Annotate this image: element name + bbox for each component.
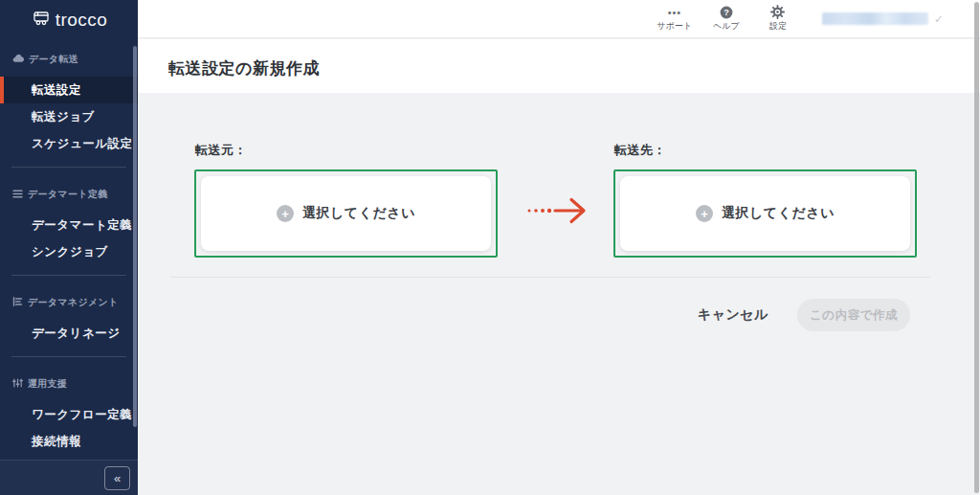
truck-icon [31, 10, 52, 31]
logo[interactable]: trocco [0, 0, 138, 40]
sidebar-collapse-bar: « [0, 460, 138, 495]
cancel-button[interactable]: キャンセル [698, 306, 768, 324]
plus-icon: + [277, 205, 294, 222]
cloud-icon [12, 54, 24, 65]
user-account-redacted [822, 12, 928, 25]
settings-button[interactable]: 設定 [757, 5, 799, 33]
page-title: 転送設定の新規作成 [138, 39, 980, 79]
plus-icon: + [696, 205, 713, 222]
gear-icon [770, 5, 785, 19]
source-select-placeholder: 選択してください [302, 205, 415, 222]
sidebar-item-workflow-definitions[interactable]: ワークフロー定義 [0, 401, 138, 428]
sidebar-divider [11, 275, 126, 276]
sidebar-item-transfer-jobs[interactable]: 転送ジョブ [0, 103, 138, 130]
sidebar-divider [11, 356, 126, 357]
form-actions: キャンセル この内容で作成 [698, 299, 910, 331]
sidebar: trocco データ転送 転送設定 転送ジョブ スケジュール設定 [0, 0, 138, 495]
section-datamart: データマート定義 [0, 187, 138, 202]
collapse-sidebar-button[interactable]: « [104, 466, 130, 490]
sidebar-item-datamart-definitions[interactable]: データマート定義 [0, 212, 138, 238]
destination-select-placeholder: 選択してください [722, 205, 835, 222]
checkmark-icon: ✓ [934, 12, 944, 26]
topbar: ••• サポート ? ヘルプ [138, 0, 980, 38]
main-area: ••• サポート ? ヘルプ [138, 0, 980, 495]
support-button[interactable]: ••• サポート [654, 5, 696, 33]
help-icon: ? [720, 5, 733, 19]
transfer-arrow-icon [526, 193, 590, 228]
list-icon [12, 190, 23, 200]
tree-icon [12, 297, 23, 308]
section-data-transfer: データ転送 [0, 52, 138, 67]
section-operation-support: 運用支援 [0, 376, 138, 392]
title-band: 転送設定の新規作成 [138, 39, 980, 93]
page-scrollbar[interactable] [974, 2, 979, 493]
help-button[interactable]: ? ヘルプ [705, 5, 747, 33]
section-data-management: データマネジメント [0, 295, 138, 310]
trocco-app: trocco データ転送 転送設定 転送ジョブ スケジュール設定 [0, 0, 980, 495]
sidebar-scrollbar[interactable] [133, 46, 137, 427]
destination-select-box[interactable]: + 選択してください [613, 169, 917, 258]
more-dots-icon: ••• [668, 5, 682, 19]
sidebar-nav: データ転送 転送設定 転送ジョブ スケジュール設定 データマート定義 データマー… [0, 40, 138, 482]
sidebar-item-transfer-settings[interactable]: 転送設定 [0, 77, 138, 103]
section-divider [170, 277, 930, 278]
sidebar-item-connections[interactable]: 接続情報 [0, 428, 138, 455]
destination-label: 転送先： [614, 142, 666, 159]
logo-text: trocco [56, 10, 108, 31]
sidebar-item-sync-jobs[interactable]: シンクジョブ [0, 238, 138, 265]
sidebar-item-data-lineage[interactable]: データリネージ [0, 320, 138, 347]
source-select-box[interactable]: + 選択してください [194, 169, 498, 258]
svg-text:?: ? [724, 8, 729, 17]
content-area: 転送元： + 選択してください 転送先： [138, 93, 980, 495]
source-label: 転送元： [195, 142, 247, 159]
sliders-icon [12, 378, 23, 390]
account-menu[interactable]: ✓ [822, 12, 944, 26]
create-button[interactable]: この内容で作成 [797, 299, 910, 331]
sidebar-item-schedule-settings[interactable]: スケジュール設定 [0, 130, 138, 157]
sidebar-divider [11, 167, 126, 168]
